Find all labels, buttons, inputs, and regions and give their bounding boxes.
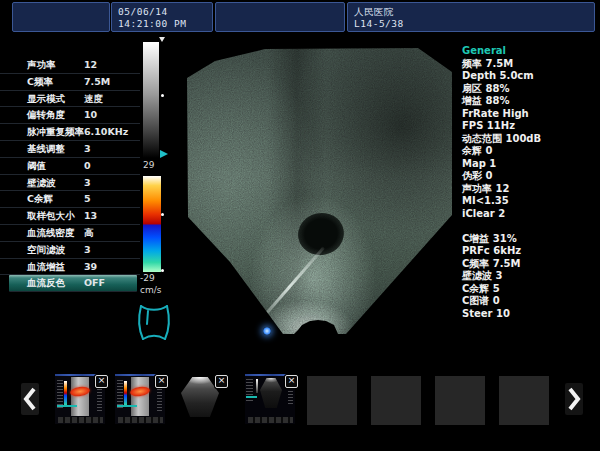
body-marker-icon[interactable] [134, 302, 174, 342]
parameter-row[interactable]: 阈值 0 [0, 158, 140, 175]
mini-vessel-band [131, 377, 149, 416]
image-info-panel: General 频率 7.5M Depth 5.0cm 扇区 88% 增益 88… [462, 45, 598, 320]
info-line: Map 1 [462, 158, 598, 171]
thumbnail-color-doppler-1[interactable]: × [55, 374, 105, 424]
info-line: 伪彩 0 [462, 170, 598, 183]
probe-orientation-marker [263, 327, 271, 335]
info-line: 动态范围 100dB [462, 133, 598, 146]
grayscale-bar [143, 42, 159, 158]
parameter-label: 显示模式 [27, 93, 65, 106]
velocity-min-label: -29 [140, 273, 155, 283]
parameter-label: 壁滤波 [27, 177, 56, 190]
parameter-row[interactable]: 基线调整 3 [0, 141, 140, 158]
close-icon[interactable]: × [95, 375, 108, 388]
chevron-left-icon [23, 387, 37, 411]
mini-graybar [256, 379, 258, 393]
b-mode-params: 频率 7.5M Depth 5.0cm 扇区 88% 增益 88% FrRate… [462, 58, 598, 221]
mini-sector-image [181, 377, 219, 417]
gray-bar-tick [161, 94, 164, 97]
prev-thumbnails-button[interactable] [21, 383, 39, 415]
mini-vessel-band [71, 377, 89, 416]
info-line: iClear 2 [462, 208, 598, 221]
color-bar-tick [161, 213, 164, 216]
info-line: 声功率 12 [462, 183, 598, 196]
parameter-row[interactable]: 血流反色 OFF [9, 275, 137, 292]
next-thumbnails-button[interactable] [565, 383, 583, 415]
info-line: C增益 31% [462, 233, 598, 246]
close-icon[interactable]: × [215, 375, 228, 388]
probe-model: L14-5/38 [354, 18, 404, 29]
parameter-row[interactable]: 血流线密度 高 [0, 225, 140, 242]
info-line: FPS 11Hz [462, 120, 598, 133]
close-icon[interactable]: × [285, 375, 298, 388]
mini-text [246, 379, 253, 403]
mini-highlight [246, 396, 257, 398]
parameter-value: 7.5M [84, 76, 110, 87]
parameter-value: 高 [84, 227, 94, 240]
thumbnail-color-doppler-2[interactable]: × [115, 374, 165, 424]
mini-filmstrip [58, 417, 103, 423]
parameter-value: 5 [84, 193, 91, 204]
info-line: PRFc 6kHz [462, 245, 598, 258]
info-line: C频率 7.5M [462, 258, 598, 271]
thumbnail-bw-sector[interactable]: × [175, 374, 225, 424]
parameter-label: C余辉 [27, 193, 53, 206]
info-line: 余辉 0 [462, 145, 598, 158]
parameter-label: 偏转角度 [27, 109, 65, 122]
parameter-row[interactable]: 偏转角度 10 [0, 107, 140, 124]
titlebar-empty-box-2 [215, 2, 345, 32]
parameter-label: C频率 [27, 76, 53, 89]
parameter-label: 取样包大小 [27, 210, 75, 223]
parameter-value: 39 [84, 261, 97, 272]
hospital-box: 人民医院 L14-5/38 [347, 2, 595, 32]
info-line: 扇区 88% [462, 83, 598, 96]
parameter-label: 血流线密度 [27, 227, 75, 240]
parameter-value: OFF [84, 277, 105, 288]
parameter-value: 速度 [84, 93, 103, 106]
mini-highlight [117, 405, 137, 407]
info-line: Depth 5.0cm [462, 70, 598, 83]
mini-colorbar [124, 381, 127, 405]
parameter-value: 3 [84, 143, 91, 154]
parameter-menu: 声功率 12 C频率 7.5M 显示模式 速度 偏转角度 10 脉冲重复频率 6… [0, 57, 140, 292]
thumbnail-slot-empty [307, 376, 357, 425]
mini-colorbar [64, 381, 67, 405]
close-icon[interactable]: × [155, 375, 168, 388]
preset-name: General [462, 45, 598, 58]
time-text: 14:21:00 PM [118, 18, 186, 29]
titlebar-empty-box-1 [12, 2, 110, 32]
parameter-row[interactable]: 声功率 12 [0, 57, 140, 74]
cursor-marker [159, 37, 165, 42]
chevron-right-icon [567, 387, 581, 411]
info-line: 壁滤波 3 [462, 270, 598, 283]
parameter-row[interactable]: 脉冲重复频率 6.10KHz [0, 124, 140, 141]
parameter-row[interactable]: C余辉 5 [0, 191, 140, 208]
panel-spacer [462, 220, 598, 233]
parameter-row[interactable]: 空间滤波 3 [0, 242, 140, 259]
speckle-noise [186, 45, 456, 337]
color-bar-tick [161, 269, 164, 272]
parameter-value: 3 [84, 177, 91, 188]
parameter-value: 0 [84, 160, 91, 171]
parameter-row[interactable]: C频率 7.5M [0, 74, 140, 91]
parameter-value: 6.10KHz [84, 126, 128, 137]
thumbnail-fullscreen-capture[interactable]: × [245, 374, 295, 424]
parameter-value: 13 [84, 210, 97, 221]
info-line: MI<1.35 [462, 195, 598, 208]
info-line: C图谱 0 [462, 295, 598, 308]
velocity-unit-label: cm/s [140, 285, 161, 295]
mini-filmstrip [248, 417, 293, 423]
gain-pointer-icon[interactable] [160, 150, 168, 158]
thumbnail-slot-empty [499, 376, 549, 425]
color-doppler-bar [143, 176, 161, 272]
parameter-value: 10 [84, 109, 97, 120]
parameter-row[interactable]: 壁滤波 3 [0, 175, 140, 192]
ultrasound-app-screen: 05/06/14 14:21:00 PM 人民医院 L14-5/38 声功率 1… [0, 0, 600, 451]
parameter-row[interactable]: 显示模式 速度 [0, 91, 140, 108]
parameter-row[interactable]: 血流增益 39 [0, 259, 140, 276]
parameter-row[interactable]: 取样包大小 13 [0, 208, 140, 225]
info-line: Steer 10 [462, 308, 598, 321]
thumbnail-slot-empty [435, 376, 485, 425]
datetime-box: 05/06/14 14:21:00 PM [111, 2, 213, 32]
info-line: C余辉 5 [462, 283, 598, 296]
